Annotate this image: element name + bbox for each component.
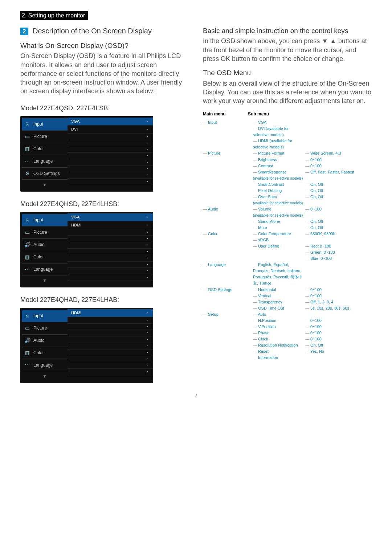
- tree-value-list: — Red: 0~100— Green: 0~100— Blue: 0~100: [305, 243, 335, 262]
- osd-option-row[interactable]: •: [68, 166, 153, 172]
- bullet-icon: •: [147, 180, 148, 184]
- tree-sub-item: — Brightness: [253, 157, 305, 163]
- tree-sub-item: — Information: [253, 355, 305, 361]
- tree-sub-item: — OSD Time Out: [253, 305, 305, 311]
- osd-menu-label: Input: [33, 313, 43, 319]
- tree-value: — Wide Screen, 4:3: [305, 150, 341, 156]
- tree-sub-item: — sRGB: [253, 237, 305, 243]
- menu-icon: ▭: [24, 325, 30, 332]
- osd-menu-item[interactable]: ⋯Language: [22, 263, 68, 276]
- menu-icon: ⋯: [24, 266, 30, 273]
- tree-main-item: Language: [203, 262, 248, 286]
- osd-option-row[interactable]: •: [68, 324, 153, 330]
- osd-option-row[interactable]: •: [68, 249, 153, 255]
- menu-icon: ▥: [24, 349, 30, 356]
- osd-option-row[interactable]: DVI•: [68, 126, 153, 134]
- osd-option-row[interactable]: •: [68, 274, 153, 281]
- bullet-icon: •: [147, 357, 148, 361]
- osd-menu-item[interactable]: ▥Color: [22, 143, 68, 155]
- osd-option-row[interactable]: •: [68, 330, 153, 336]
- osd-menu-item[interactable]: 🔊Audio: [22, 239, 68, 251]
- tree-sub-item: — HDMI (available for selective models): [253, 138, 305, 150]
- osd-option-row[interactable]: •: [68, 159, 153, 166]
- tree-sub-item: — Pixel Orbiting: [253, 188, 305, 194]
- bullet-icon: •: [147, 338, 148, 342]
- osd-option-row[interactable]: •: [68, 369, 153, 375]
- osd-option-row[interactable]: •: [68, 268, 153, 274]
- tree-value: — Off, Fast, Faster, Fastest: [305, 169, 354, 175]
- tree-sub-item: — Stand-Alone: [253, 218, 305, 225]
- tree-sub-item: — Color Temperature: [253, 231, 305, 237]
- osd-menu-label: Color: [33, 146, 44, 152]
- chevron-down-icon[interactable]: ▼: [22, 180, 68, 190]
- osd-menu-body: Below is an overall view of the structur…: [203, 79, 372, 106]
- tree-value: — 0~100: [305, 324, 322, 330]
- bullet-icon: •: [147, 173, 148, 177]
- osd-option-label: DVI: [71, 127, 78, 132]
- tree-sub-item: — SmartContrast: [253, 181, 305, 188]
- tree-main-header: Main menu: [203, 111, 248, 118]
- tree-sub-item: — Clock: [253, 336, 305, 342]
- osd-option-row[interactable]: •: [68, 153, 153, 159]
- osd-menu-item[interactable]: ⎘Input: [22, 214, 68, 226]
- menu-icon: ▭: [24, 229, 30, 236]
- osd-menu-item[interactable]: ▭Picture: [22, 226, 68, 239]
- bullet-icon: •: [147, 147, 148, 151]
- osd-option-row[interactable]: •: [68, 317, 153, 324]
- osd-menu-item[interactable]: ▥Color: [22, 347, 68, 359]
- osd-option-row[interactable]: •: [68, 140, 153, 147]
- right-column: Basic and simple instruction on the cont…: [203, 23, 372, 383]
- osd-menu-label: OSD Settings: [33, 171, 60, 176]
- osd-menu-item[interactable]: ⚙OSD Settings: [22, 168, 68, 180]
- tree-sub-item: — Reset: [253, 348, 305, 355]
- tree-main-item: Input: [203, 119, 248, 150]
- osd-menu-item[interactable]: ⋯Language: [22, 359, 68, 371]
- osd-menu-label: Input: [33, 217, 43, 223]
- osd-option-row[interactable]: •: [68, 172, 153, 179]
- osd-menu-item[interactable]: ⋯Language: [22, 155, 68, 168]
- bullet-icon: •: [147, 127, 148, 131]
- tree-value: — 5s, 10s, 20s, 30s, 60s: [305, 305, 349, 311]
- osd-menu-item[interactable]: 🔊Audio: [22, 335, 68, 347]
- tree-main-item: Color: [203, 231, 248, 262]
- osd-menu-item[interactable]: ⎘Input: [22, 118, 68, 131]
- osd-option-row[interactable]: •: [68, 255, 153, 262]
- tree-value: — On, Off: [305, 194, 323, 200]
- page-number: 7: [20, 392, 372, 399]
- osd-option-row[interactable]: •: [68, 179, 153, 185]
- osd-menu-label: Picture: [33, 325, 47, 331]
- model1-label: Model 227E4QSD, 227E4LSB:: [20, 104, 189, 113]
- osd-option-row[interactable]: VGA•: [68, 118, 153, 126]
- osd-option-row[interactable]: •: [68, 242, 153, 249]
- menu-icon: ⋯: [24, 158, 30, 165]
- osd-option-row[interactable]: •: [68, 362, 153, 369]
- chevron-down-icon[interactable]: ▼: [22, 371, 68, 381]
- osd-option-row[interactable]: •: [68, 356, 153, 363]
- bullet-icon: •: [147, 351, 148, 355]
- tree-sub-item: — Auto: [253, 311, 305, 318]
- osd-menu-item[interactable]: ▭Picture: [22, 131, 68, 143]
- menu-icon: ⎘: [24, 121, 30, 128]
- osd-option-row[interactable]: •: [68, 262, 153, 268]
- osd-menu-item[interactable]: ▭Picture: [22, 322, 68, 335]
- menu-icon: ⎘: [24, 312, 30, 319]
- tree-sub-item: — Volume(available for selective models): [253, 206, 305, 218]
- osd-menu-item[interactable]: ▥Color: [22, 251, 68, 263]
- tree-value: — 0~100: [305, 157, 322, 163]
- osd-option-row[interactable]: •: [68, 336, 153, 343]
- tree-sub-item: — Contrast: [253, 163, 305, 169]
- osd-option-row[interactable]: HDMI•: [68, 221, 153, 229]
- osd-option-row[interactable]: VGA•: [68, 213, 153, 221]
- osd-option-row[interactable]: •: [68, 134, 153, 140]
- osd-option-row[interactable]: •: [68, 146, 153, 153]
- osd-option-row[interactable]: •: [68, 343, 153, 349]
- osd-option-row[interactable]: •: [68, 349, 153, 356]
- bullet-icon: •: [147, 167, 148, 171]
- osd-option-label: VGA: [71, 119, 79, 124]
- chevron-down-icon[interactable]: ▼: [22, 275, 68, 286]
- osd-option-row[interactable]: •: [68, 229, 153, 236]
- osd-menu-item[interactable]: ⎘Input: [22, 310, 68, 322]
- osd-option-row[interactable]: •: [68, 236, 153, 242]
- osd-option-label: VGA: [71, 214, 79, 220]
- osd-option-row[interactable]: HDMI•: [68, 309, 153, 317]
